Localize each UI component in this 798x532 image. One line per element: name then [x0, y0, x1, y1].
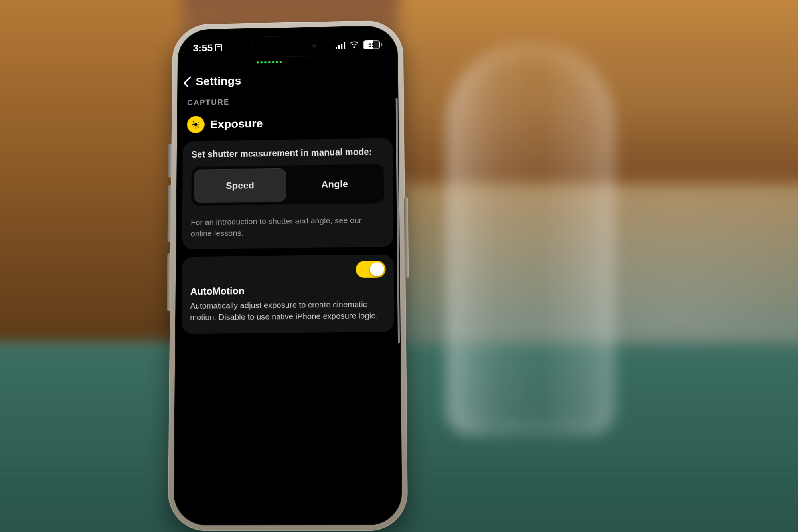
page-title-row: Exposure	[182, 106, 394, 142]
wifi-icon	[349, 41, 359, 49]
dynamic-island	[251, 36, 324, 57]
volume-down-button	[167, 253, 171, 311]
side-button	[404, 197, 409, 278]
status-time: 3:55	[193, 42, 213, 54]
chevron-left-icon	[183, 76, 195, 87]
exposure-icon	[187, 116, 205, 133]
iphone-frame: 3:55 55	[168, 20, 408, 531]
background-blur	[0, 0, 184, 347]
scroll-indicator[interactable]	[396, 98, 400, 343]
background-bottle	[447, 44, 614, 435]
nav-back[interactable]: Settings	[182, 61, 394, 92]
shutter-segmented-control: Speed Angle	[191, 164, 384, 206]
automotion-card: AutoMotion Automatically adjust exposure…	[181, 255, 394, 334]
photo-background: 3:55 55	[0, 0, 798, 532]
settings-screen: Settings CAPTURE Exposure Set shutter me…	[173, 57, 402, 526]
helper-text: For an introduction to shutter and angle…	[191, 214, 385, 239]
cellular-icon	[336, 42, 345, 49]
automotion-title: AutoMotion	[190, 284, 385, 297]
automotion-toggle[interactable]	[356, 261, 385, 278]
screen: 3:55 55	[173, 25, 402, 525]
mute-switch	[168, 144, 172, 178]
calendar-icon	[215, 44, 222, 51]
battery-indicator: 55	[363, 40, 383, 49]
volume-up-button	[167, 185, 172, 242]
page-title: Exposure	[210, 117, 263, 131]
automotion-description: Automatically adjust exposure to create …	[190, 299, 385, 323]
segment-speed[interactable]: Speed	[194, 168, 286, 203]
segment-angle[interactable]: Angle	[288, 167, 381, 202]
privacy-recording-indicator	[257, 61, 282, 64]
shutter-measurement-card: Set shutter measurement in manual mode: …	[182, 138, 393, 249]
back-label: Settings	[196, 74, 241, 88]
card-prompt: Set shutter measurement in manual mode:	[191, 147, 384, 160]
battery-percent: 55	[363, 40, 380, 49]
